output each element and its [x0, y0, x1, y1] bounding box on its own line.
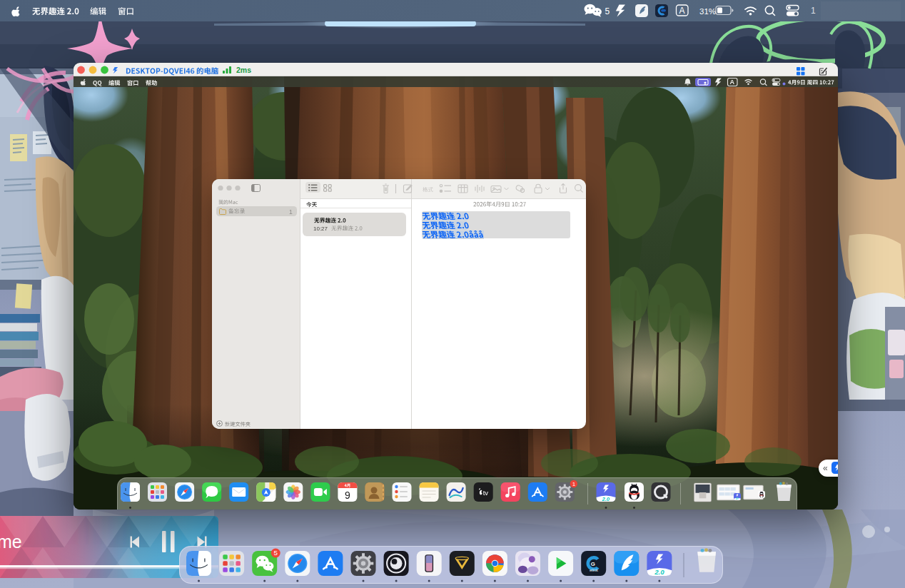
svg-text:G: G — [591, 561, 595, 567]
svg-text:A: A — [730, 78, 735, 86]
svg-text:1: 1 — [572, 481, 575, 487]
svg-text:5: 5 — [605, 6, 610, 16]
svg-text:31%: 31% — [699, 7, 716, 16]
svg-text:A: A — [679, 6, 685, 16]
svg-text:9: 9 — [345, 490, 350, 501]
svg-text:1: 1 — [811, 6, 816, 16]
svg-text:2.0: 2.0 — [601, 496, 610, 502]
svg-text:2.0: 2.0 — [654, 568, 664, 576]
svg-text:tv: tv — [482, 489, 488, 497]
svg-text:2.0: 2.0 — [735, 497, 739, 500]
svg-text:5: 5 — [273, 549, 278, 557]
svg-text:elink: elink — [590, 568, 598, 572]
svg-text:me: me — [0, 532, 22, 552]
